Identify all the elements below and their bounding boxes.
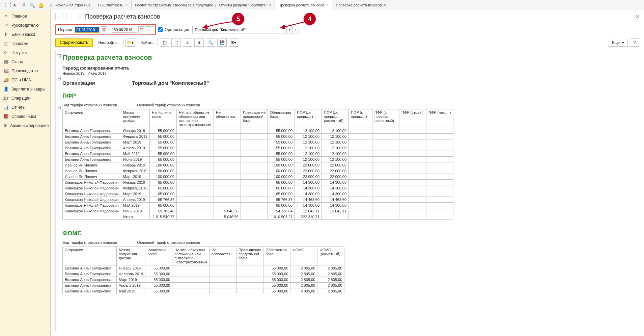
- tab[interactable]: Расчет по страховым взносам за 1 полугод…: [132, 0, 216, 10]
- date-to-input[interactable]: [112, 27, 137, 33]
- sidebar-item[interactable]: 👤Зарплата и кадры: [0, 84, 50, 94]
- sidebar-item[interactable]: 🚚ОС и НМА: [0, 75, 50, 84]
- table-row[interactable]: Белкина Анна ГригорьевнаМарт 201955 000,…: [63, 139, 453, 145]
- table-cell: 55 000,00: [150, 151, 177, 157]
- sidebar-icon: 👤: [3, 86, 9, 92]
- period-select-button[interactable]: ...: [146, 26, 153, 33]
- email-button[interactable]: ✉▾: [229, 38, 238, 47]
- table-cell: 2 805,00: [290, 265, 317, 271]
- save-button[interactable]: 💾: [217, 38, 227, 47]
- sidebar-icon: 🛒: [3, 41, 9, 46]
- org-select-input[interactable]: [192, 26, 287, 33]
- org-clear-button[interactable]: ×: [293, 26, 299, 33]
- table-cell: 65 000,00: [268, 203, 295, 208]
- sidebar-item[interactable]: ▦Склад: [0, 57, 50, 66]
- table-row[interactable]: Белкина Анна ГригорьевнаЯнварь 201955 00…: [63, 265, 344, 271]
- collapse-pfr-button[interactable]: −: [57, 106, 61, 109]
- collapse-all-button[interactable]: −: [57, 54, 61, 58]
- table-row[interactable]: Ковальков Николай ФедоровичФевраль 20196…: [63, 185, 453, 191]
- table-row[interactable]: Ковальков Николай ФедоровичЯнварь 201965…: [63, 180, 453, 185]
- table-row[interactable]: Белкина Анна ГригорьевнаМай 201955 000,0…: [63, 288, 344, 294]
- star-icon[interactable]: ★: [10, 1, 19, 9]
- org-checkbox[interactable]: [158, 27, 163, 32]
- table-cell: [209, 265, 236, 271]
- table-header: ПФР (до превыш., расчетный): [322, 109, 349, 128]
- preview-button[interactable]: 🔍: [206, 38, 215, 47]
- history-icon[interactable]: ↺: [19, 1, 28, 9]
- table-cell: Май 2019: [121, 203, 149, 208]
- tab[interactable]: Проверка расчета взносов×: [332, 0, 390, 10]
- favorite-icon[interactable]: ☆: [77, 13, 82, 20]
- tab-close-button[interactable]: ×: [384, 3, 386, 7]
- table-row[interactable]: Ковальков Николай ФедоровичИюнь 201959 7…: [63, 208, 453, 214]
- table-row[interactable]: Белкина Анна ГригорьевнаАпрель 201955 00…: [63, 145, 453, 151]
- bell-icon[interactable]: 🔔: [36, 1, 45, 9]
- table-cell: [426, 174, 453, 180]
- sidebar-item[interactable]: 🏭Производство: [0, 66, 50, 75]
- calendar-from-button[interactable]: 📅: [101, 26, 107, 33]
- table-row[interactable]: Белкина Анна ГригорьевнаФевраль 201955 0…: [63, 271, 344, 277]
- table-cell: Май 2019: [117, 288, 145, 294]
- tab-close-button[interactable]: ×: [125, 3, 128, 7]
- org-dropdown-button[interactable]: ▾: [287, 26, 293, 33]
- more-button[interactable]: Еще ▾: [609, 39, 628, 47]
- report-area[interactable]: − Проверка расчета взносов Период формир…: [55, 50, 639, 331]
- table-row[interactable]: Иванов Ян ЯновичФевраль 2019100 000,0010…: [63, 168, 453, 174]
- sidebar-item[interactable]: ↗Руководителю: [0, 21, 50, 30]
- table-cell: [177, 203, 214, 208]
- sidebar-item[interactable]: ДтОперации: [0, 94, 50, 103]
- table-cell: [214, 128, 241, 134]
- table-row[interactable]: Белкина Анна ГригорьевнаАпрель 201955 00…: [63, 283, 344, 288]
- print-button[interactable]: 🖨: [194, 38, 204, 47]
- table-cell: 12 100,00: [322, 139, 349, 145]
- expand-button[interactable]: ⬚: [160, 38, 169, 47]
- table-row[interactable]: Ковальков Николай ФедоровичМарт 201965 0…: [63, 191, 453, 197]
- tab[interactable]: Отчеты раздела "Зарплата"×: [216, 0, 275, 10]
- tab[interactable]: ⌂Начальная страница: [47, 0, 94, 10]
- sidebar-item[interactable]: ≡Главное: [0, 11, 50, 21]
- table-row[interactable]: Иванов Ян ЯновичЯнварь 2019100 000,00100…: [63, 162, 453, 168]
- apps-icon[interactable]: ⋮⋮⋮: [1, 1, 10, 9]
- sidebar-item[interactable]: 📊Отчеты: [0, 103, 50, 112]
- settings-button[interactable]: Настройки...: [95, 39, 123, 46]
- table-cell: [399, 185, 426, 191]
- calendar-to-button[interactable]: 📅: [138, 26, 144, 33]
- help-button[interactable]: ?: [630, 38, 639, 47]
- find-button[interactable]: Найти...: [137, 39, 158, 46]
- sidebar-item[interactable]: ₽Банк и касса: [0, 30, 50, 39]
- sidebar-item[interactable]: ⚙Администрирование: [0, 121, 50, 130]
- tab-close-button[interactable]: ×: [269, 3, 271, 7]
- page-close-button[interactable]: ×: [636, 13, 639, 20]
- table-row[interactable]: Белкина Анна ГригорьевнаМай 201955 000,0…: [63, 151, 453, 157]
- table-row[interactable]: Белкина Анна ГригорьевнаИюнь 201955 000,…: [63, 157, 453, 162]
- table-cell: [372, 180, 399, 185]
- table-row[interactable]: Иванов Ян ЯновичМарт 2019100 000,00100 0…: [63, 174, 453, 180]
- date-from-input[interactable]: [75, 27, 100, 33]
- nav-back-button[interactable]: ←: [55, 13, 63, 20]
- search-icon[interactable]: 🔍: [28, 1, 36, 9]
- table-cell: 55 000,00: [145, 265, 172, 271]
- table-row[interactable]: Белкина Анна ГригорьевнаМарт 201955 000,…: [63, 277, 344, 283]
- table-row[interactable]: Белкина Анна ГригорьевнаЯнварь 201955 00…: [63, 128, 453, 134]
- sidebar-item[interactable]: 🛒Продажи: [0, 39, 50, 48]
- table-cell: [241, 168, 268, 174]
- tab[interactable]: Проверка расчета взносов×: [275, 0, 332, 10]
- tab[interactable]: 1С-Отчетность×: [94, 0, 131, 10]
- collapse-org-button[interactable]: −: [57, 77, 61, 80]
- generate-button[interactable]: Сформировать: [55, 38, 93, 47]
- table-cell: 55 000,00: [150, 134, 177, 139]
- save-variant-button[interactable]: 📁▾: [125, 38, 135, 47]
- nav-forward-button[interactable]: →: [66, 13, 74, 20]
- collapse-button[interactable]: ⬚: [171, 38, 181, 47]
- toolbar-row: Сформировать Настройки... 📁▾ Найти... ⬚ …: [51, 36, 644, 49]
- table-row[interactable]: Ковальков Николай ФедоровичМай 201965 00…: [63, 203, 453, 208]
- table-cell: [372, 203, 399, 208]
- table-row[interactable]: Ковальков Николай ФедоровичАпрель 201965…: [63, 197, 453, 203]
- sidebar-item[interactable]: 🛍Покупки: [0, 48, 50, 57]
- sum-button[interactable]: Σ: [183, 38, 192, 47]
- table-row[interactable]: Белкина Анна ГригорьевнаФевраль 201955 0…: [63, 134, 453, 139]
- table-cell: 65 000,00: [150, 191, 177, 197]
- sidebar-item[interactable]: 📕Справочники: [0, 112, 50, 121]
- tab-close-button[interactable]: ×: [326, 3, 329, 7]
- table-cell: [172, 277, 209, 283]
